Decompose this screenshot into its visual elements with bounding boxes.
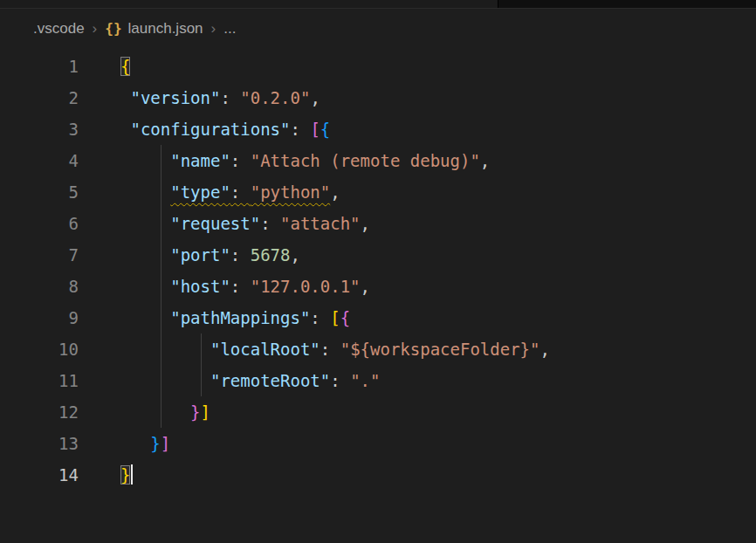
json-icon: {} bbox=[105, 20, 121, 37]
code-content: } bbox=[120, 459, 133, 491]
code-content: "version": "0.2.0", bbox=[120, 82, 320, 113]
code-content: { bbox=[120, 51, 130, 82]
line-number[interactable]: 12 bbox=[0, 396, 79, 428]
code-token: : bbox=[220, 88, 240, 107]
editor-lines: 1{2 "version": "0.2.0",3 "configurations… bbox=[0, 51, 756, 491]
code-token bbox=[120, 434, 150, 453]
code-content: "host": "127.0.0.1", bbox=[120, 271, 370, 302]
code-token: "${workspaceFolder}" bbox=[340, 340, 540, 359]
active-tab-bottom-edge bbox=[0, 0, 498, 8]
code-line[interactable]: 11 "remoteRoot": "." bbox=[0, 365, 756, 396]
line-number[interactable]: 7 bbox=[0, 239, 79, 271]
line-number[interactable]: 10 bbox=[0, 333, 79, 365]
code-content: "request": "attach", bbox=[120, 208, 370, 239]
code-line[interactable]: 12 }] bbox=[0, 396, 756, 428]
breadcrumb-item-symbols[interactable]: ... bbox=[223, 20, 236, 38]
breadcrumb-label: launch.json bbox=[128, 20, 203, 38]
code-token bbox=[120, 277, 170, 296]
code-content: }] bbox=[120, 396, 210, 428]
line-number[interactable]: 13 bbox=[0, 428, 79, 459]
code-content: "configurations": [{ bbox=[120, 113, 330, 145]
code-line[interactable]: 10 "localRoot": "${workspaceFolder}", bbox=[0, 333, 756, 365]
line-number[interactable]: 11 bbox=[0, 365, 79, 396]
breadcrumb-item-file[interactable]: {}launch.json bbox=[105, 20, 203, 38]
code-token bbox=[120, 371, 210, 390]
code-line[interactable]: 4 "name": "Attach (remote debug)", bbox=[0, 145, 756, 176]
code-token: "name" bbox=[170, 151, 230, 170]
indent-guide bbox=[161, 208, 162, 239]
code-token: [ bbox=[310, 120, 320, 139]
code-token bbox=[120, 182, 170, 202]
code-token: , bbox=[540, 340, 549, 359]
code-line[interactable]: 1{ bbox=[0, 51, 756, 82]
line-number[interactable]: 1 bbox=[0, 51, 79, 82]
text-cursor bbox=[131, 464, 133, 485]
editor[interactable]: 1{2 "version": "0.2.0",3 "configurations… bbox=[0, 48, 756, 491]
code-line[interactable]: 6 "request": "attach", bbox=[0, 208, 756, 239]
breadcrumb-chevron-icon: › bbox=[211, 20, 216, 38]
code-token: "version" bbox=[130, 88, 220, 107]
code-token bbox=[120, 245, 170, 265]
code-token bbox=[120, 214, 170, 233]
code-token: "pathMappings" bbox=[170, 308, 310, 327]
code-content: "remoteRoot": "." bbox=[120, 365, 380, 396]
code-token: 5678 bbox=[251, 245, 291, 265]
code-token bbox=[120, 402, 190, 422]
warning-underlined-token: "python" bbox=[251, 182, 331, 202]
line-number[interactable]: 4 bbox=[0, 145, 79, 176]
indent-guide bbox=[201, 365, 202, 396]
code-token: } bbox=[190, 402, 200, 422]
code-token: "0.2.0" bbox=[240, 88, 310, 107]
matched-bracket: } bbox=[120, 465, 130, 485]
indent-guide bbox=[161, 239, 162, 271]
line-number[interactable]: 5 bbox=[0, 176, 79, 208]
code-content: "localRoot": "${workspaceFolder}", bbox=[120, 333, 550, 365]
indent-guide bbox=[201, 333, 202, 365]
line-number[interactable]: 2 bbox=[0, 82, 79, 113]
line-number[interactable]: 14 bbox=[0, 459, 79, 491]
indent-guide bbox=[161, 333, 162, 365]
tab-bar-rest bbox=[498, 0, 756, 8]
code-line[interactable]: 2 "version": "0.2.0", bbox=[0, 82, 756, 113]
code-token: { bbox=[340, 308, 350, 327]
code-token: "127.0.0.1" bbox=[251, 277, 361, 296]
line-number[interactable]: 3 bbox=[0, 113, 79, 145]
code-token: , bbox=[480, 151, 490, 170]
code-token: : bbox=[260, 214, 280, 233]
code-line[interactable]: 5 "type": "python", bbox=[0, 176, 756, 208]
code-token: "localRoot" bbox=[210, 340, 320, 359]
code-token bbox=[120, 120, 130, 139]
breadcrumb-label: ... bbox=[223, 20, 236, 38]
breadcrumb-chevron-icon: › bbox=[93, 20, 98, 38]
code-token: , bbox=[291, 245, 300, 265]
code-token: [ bbox=[330, 308, 340, 327]
code-token: "configurations" bbox=[130, 120, 290, 139]
tab-bar-edge bbox=[0, 0, 756, 9]
breadcrumb-label: .vscode bbox=[33, 20, 85, 38]
breadcrumb: .vscode›{}launch.json›... bbox=[0, 9, 756, 48]
code-token: ] bbox=[161, 434, 170, 453]
code-line[interactable]: 14} bbox=[0, 459, 756, 491]
code-line[interactable]: 7 "port": 5678, bbox=[0, 239, 756, 271]
code-line[interactable]: 8 "host": "127.0.0.1", bbox=[0, 271, 756, 302]
line-number[interactable]: 6 bbox=[0, 208, 79, 239]
breadcrumb-item-folder[interactable]: .vscode bbox=[33, 20, 85, 38]
code-content: "type": "python", bbox=[120, 176, 340, 208]
code-token: ] bbox=[201, 402, 210, 422]
code-line[interactable]: 9 "pathMappings": [{ bbox=[0, 302, 756, 333]
code-token: : bbox=[230, 245, 251, 265]
code-line[interactable]: 13 }] bbox=[0, 428, 756, 459]
indent-guide bbox=[161, 145, 162, 176]
line-number[interactable]: 9 bbox=[0, 302, 79, 333]
code-token: "port" bbox=[170, 245, 230, 265]
code-token bbox=[120, 88, 130, 107]
warning-underlined-token: : bbox=[230, 182, 251, 202]
code-token: : bbox=[290, 120, 310, 139]
code-line[interactable]: 3 "configurations": [{ bbox=[0, 113, 756, 145]
line-number[interactable]: 8 bbox=[0, 271, 79, 302]
code-token bbox=[120, 151, 170, 170]
code-token: : bbox=[230, 151, 251, 170]
code-token: } bbox=[150, 434, 160, 453]
code-token: "host" bbox=[170, 277, 230, 296]
code-token: "remoteRoot" bbox=[210, 371, 330, 390]
